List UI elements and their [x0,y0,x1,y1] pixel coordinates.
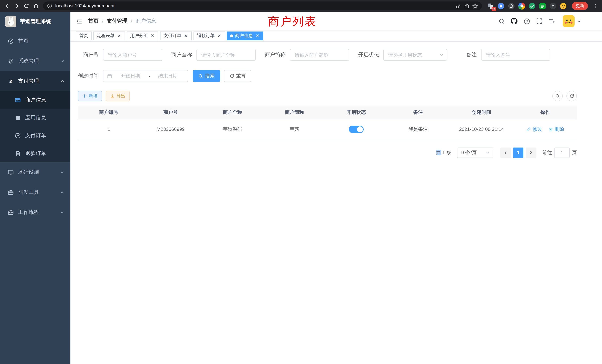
user-menu[interactable] [563,15,581,27]
extension-icon[interactable] [508,2,515,10]
sidebar-item-label: 系统管理 [18,58,56,64]
github-icon[interactable] [508,12,520,30]
address-bar[interactable]: localhost:1024/pay/merchant [43,1,482,10]
extension-icon[interactable]: 10 [487,2,494,10]
tab-home[interactable]: 首页 [76,31,92,40]
goto-page: 前往 页 [542,147,577,158]
tab-label: 支付订单 [163,33,181,39]
next-page-button[interactable] [526,147,536,158]
browser-forward-icon[interactable] [12,1,22,11]
tab-label: 首页 [79,33,88,39]
page-number-button[interactable]: 1 [513,147,523,158]
browser-toolbar: localhost:1024/pay/merchant 10 [0,0,602,12]
fullscreen-icon[interactable] [533,12,546,30]
extension-icon[interactable] [529,2,536,10]
page-size-label: 10条/页 [460,149,477,156]
short-name-input[interactable] [290,49,349,61]
search-button[interactable]: 搜索 [193,70,220,82]
cell-created-at: 2021-10-23 08:31:14 [449,119,514,140]
sidebar-item-label: 研发工具 [18,189,56,196]
remark-input[interactable] [481,49,550,61]
date-range-picker[interactable]: 开始日期 - 结束日期 [103,70,188,82]
tab-pay-order[interactable]: 支付订单 [160,31,192,40]
tab-merchant-info[interactable]: 商户信息 [227,31,263,40]
chevron-down-icon [60,210,64,215]
navbar: 首页 / 支付管理 / 商户信息 商户列表 [70,12,602,30]
breadcrumb-separator: / [102,18,103,24]
tab-refund-order[interactable]: 退款订单 [194,31,225,40]
page-size-select[interactable]: 10条/页 [457,147,493,158]
help-icon[interactable] [520,12,533,30]
sidebar-item-dev-tools[interactable]: 研发工具 [0,182,70,202]
site-info-icon[interactable] [47,3,52,9]
close-icon[interactable] [216,33,222,38]
close-icon[interactable] [116,33,122,38]
tab-label: 流程表单 [97,33,115,39]
tab-process-form[interactable]: 流程表单 [93,31,125,40]
refresh-table-icon[interactable] [566,91,577,101]
export-button[interactable]: 导出 [106,91,130,101]
reset-button-label: 重置 [236,73,246,79]
extension-icon[interactable] [549,2,556,10]
close-icon[interactable] [150,33,155,38]
sidebar-item-home[interactable]: 首页 [0,31,70,51]
date-end-placeholder: 结束日期 [151,73,184,79]
status-select[interactable] [383,49,447,61]
font-size-icon[interactable] [546,12,558,30]
show-search-icon[interactable] [552,91,563,101]
bookmark-star-icon[interactable] [472,3,478,9]
browser-reload-icon[interactable] [22,1,31,11]
browser-menu-icon[interactable] [590,1,600,11]
col-header: 备注 [387,106,449,119]
sidebar-subitem-pay-order[interactable]: 支付订单 [0,127,70,145]
full-name-input[interactable] [196,49,256,61]
prev-page-button[interactable] [500,147,511,158]
refund-doc-icon [15,151,21,156]
sidebar-item-pay[interactable]: ¥ 支付管理 [0,71,70,91]
status-toggle[interactable] [349,126,364,133]
delete-link[interactable]: 删除 [549,126,564,132]
tab-label: 商户信息 [235,33,253,39]
goto-page-input[interactable] [554,147,570,158]
sidebar-item-workflow[interactable]: 工作流程 [0,202,70,222]
browser-update-button[interactable]: 更新 [572,2,588,10]
chevron-down-icon [60,59,64,63]
close-icon[interactable] [255,33,260,38]
tab-label: 用户分组 [130,33,148,39]
sidebar-item-system[interactable]: 系统管理 [0,51,70,71]
sidebar-group-pay: ¥ 支付管理 商户信息 应用信息 [0,71,70,162]
password-key-icon[interactable] [456,3,461,9]
page-unit-label: 页 [572,149,577,156]
breadcrumb-pay[interactable]: 支付管理 [107,18,128,24]
table-header-row: 商户编号 商户号 商户全称 商户简称 开启状态 备注 创建时间 操作 [78,106,577,119]
sidebar-item-infrastructure[interactable]: 基础设施 [0,162,70,182]
browser-back-icon[interactable] [2,1,12,11]
chevron-down-icon [60,190,64,195]
add-button[interactable]: 新增 [78,91,102,101]
extension-icon[interactable] [497,2,505,10]
share-icon[interactable] [464,3,469,9]
browser-home-icon[interactable] [31,1,41,11]
date-separator: - [147,73,152,79]
close-icon[interactable] [183,33,188,38]
cell-full-name: 芋道源码 [202,119,264,140]
sidebar-toggle-icon[interactable] [70,12,88,30]
delete-link-label: 删除 [555,126,564,132]
sidebar-subitem-refund-order[interactable]: 退款订单 [0,145,70,162]
status-label: 开启状态 [358,52,379,58]
breadcrumb-home[interactable]: 首页 [88,18,99,24]
tab-user-group[interactable]: 用户分组 [127,31,158,40]
chevron-down-icon [486,150,490,155]
sidebar-subitem-app-info[interactable]: 应用信息 [0,109,70,127]
sidebar-subitem-merchant-info[interactable]: 商户信息 [0,91,70,109]
edit-link[interactable]: 修改 [527,126,542,132]
extension-icon[interactable] [518,2,525,10]
reset-button[interactable]: 重置 [224,70,251,82]
search-icon[interactable] [495,12,508,30]
merchant-no-input[interactable] [103,49,162,61]
sidebar-item-label: 工作流程 [18,209,56,216]
app-logo[interactable]: 芋道管理系统 [0,12,70,31]
extension-icon[interactable] [560,2,567,10]
extension-icon[interactable] [539,2,546,10]
app-title: 芋道管理系统 [20,18,51,25]
